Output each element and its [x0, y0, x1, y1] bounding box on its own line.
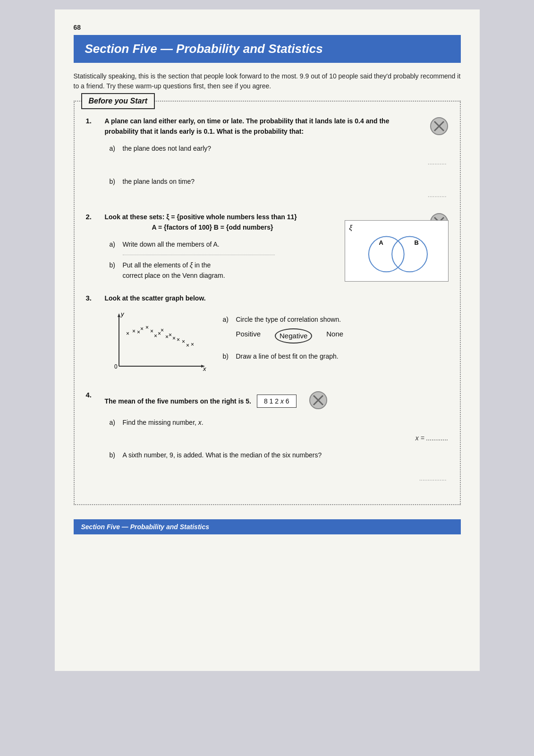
q3-sub-b-label: b)	[223, 351, 236, 361]
svg-text:×: ×	[154, 333, 157, 339]
footer-bar: Section Five — Probability and Statistic…	[74, 519, 461, 534]
svg-text:×: ×	[140, 326, 144, 332]
correlation-options: Positive Negative None	[236, 328, 449, 344]
q2-sub-a-answer-line[interactable]	[123, 255, 275, 255]
svg-text:×: ×	[186, 342, 189, 349]
q3-sub-a: a) Circle the type of correlation shown.…	[223, 314, 449, 344]
q4-sub-a-content: Find the missing number, x. x = ........…	[123, 417, 449, 445]
scatter-graph: y x 0 × × × × × × × ×	[105, 309, 209, 378]
svg-text:×: ×	[165, 334, 169, 340]
q3-sub-a-label: a)	[223, 314, 236, 344]
q1-sub-a: a) the plane does not land early? ......…	[110, 143, 449, 167]
q3-sub-a-content: Circle the type of correlation shown. Po…	[236, 314, 449, 344]
q2-content: Look at these sets: ξ = {positive whole …	[105, 212, 449, 282]
before-you-start-label: Before you Start	[81, 93, 155, 109]
question-2: 2. Look at these sets: ξ = {positive who…	[86, 212, 449, 282]
q1-sub-b-label: b)	[110, 176, 123, 200]
q2-sub-a-label: a)	[110, 239, 123, 255]
q3-content: Look at the scatter graph below.	[105, 293, 449, 378]
venn-diagram: ξ A B	[345, 220, 449, 282]
q1-sub-a-label: a)	[110, 143, 123, 167]
questions-area: 1. A plane can land either early, on tim…	[86, 111, 449, 483]
svg-text:0: 0	[114, 363, 118, 370]
svg-text:×: ×	[137, 329, 140, 335]
q4-sub-a: a) Find the missing number, x. x = .....…	[110, 417, 449, 445]
corr-negative[interactable]: Negative	[275, 328, 312, 344]
q1-bold-text: A plane can land either early, on time o…	[105, 116, 419, 137]
section-title: Section Five — Probability and Statistic…	[74, 35, 461, 63]
q4-number: 4.	[86, 390, 105, 483]
q3-sub-b: b) Draw a line of best fit on the graph.	[223, 351, 449, 361]
q4-sub-a-label: a)	[110, 417, 123, 445]
svg-text:ξ: ξ	[349, 224, 353, 232]
q1-sub-a-answer: ...........	[123, 158, 449, 168]
q1-sub-a-content: the plane does not land early? .........…	[123, 143, 449, 167]
corr-positive[interactable]: Positive	[236, 328, 261, 344]
q4-icon	[303, 391, 328, 412]
q2-sub-b-label: b)	[110, 260, 123, 281]
q3-number: 3.	[86, 293, 105, 378]
q4-numbers-box: 8 1 2 x 6	[257, 395, 297, 408]
q2-sub-b-content: Put all the elements of ξ in thecorrect …	[123, 260, 340, 281]
q4-bold-text: The mean of the five numbers on the righ…	[105, 396, 251, 406]
q2-sub-a-content: Write down all the members of A.	[123, 239, 340, 255]
q1-icon	[424, 117, 449, 138]
q1-sub-b-answer: ...........	[123, 190, 449, 200]
question-1: 1. A plane can land either early, on tim…	[86, 116, 449, 200]
page-number: 68	[74, 24, 461, 31]
q1-content: A plane can land either early, on time o…	[105, 116, 449, 200]
q3-sub-questions: a) Circle the type of correlation shown.…	[223, 309, 449, 378]
q4-sub-b-answer: ................	[123, 474, 449, 484]
svg-text:A: A	[379, 239, 383, 246]
svg-text:×: ×	[172, 335, 176, 342]
svg-text:×: ×	[150, 328, 153, 335]
question-4: 4. The mean of the five numbers on the r…	[86, 390, 449, 483]
corr-none[interactable]: None	[326, 328, 343, 344]
svg-marker-15	[118, 313, 120, 317]
q4-sub-b-label: b)	[110, 450, 123, 483]
q4-content: The mean of the five numbers on the righ…	[105, 390, 449, 483]
q1-sub-b: b) the plane lands on time? ...........	[110, 176, 449, 200]
svg-text:×: ×	[126, 330, 129, 337]
q2-sub-b: b) Put all the elements of ξ in thecorre…	[110, 260, 340, 281]
svg-point-9	[368, 237, 404, 272]
svg-text:×: ×	[161, 327, 164, 334]
q1-sub-b-content: the plane lands on time? ...........	[123, 176, 449, 200]
svg-text:×: ×	[169, 332, 172, 338]
intro-text: Statistically speaking, this is the sect…	[74, 71, 461, 91]
q2-sub-a: a) Write down all the members of A.	[110, 239, 340, 255]
svg-text:×: ×	[177, 336, 180, 343]
q1-number: 1.	[86, 116, 105, 200]
svg-text:x: x	[203, 365, 206, 372]
q2-number: 2.	[86, 212, 105, 282]
svg-text:×: ×	[145, 324, 149, 331]
question-3: 3. Look at the scatter graph below.	[86, 293, 449, 378]
q3-sub-b-content: Draw a line of best fit on the graph.	[236, 351, 449, 361]
svg-text:B: B	[414, 239, 418, 246]
svg-text:×: ×	[132, 328, 136, 335]
page: 68 Section Five — Probability and Statis…	[55, 9, 480, 671]
before-you-start-box: Before you Start 1. A plane can land eit…	[74, 101, 461, 505]
svg-point-10	[392, 237, 427, 272]
q4-sub-b-content: A sixth number, 9, is added. What is the…	[123, 450, 449, 483]
svg-text:×: ×	[191, 341, 194, 348]
svg-text:y: y	[120, 310, 125, 318]
q4-sub-b: b) A sixth number, 9, is added. What is …	[110, 450, 449, 483]
q4-x-equals: x = ............	[123, 433, 449, 443]
q3-body: y x 0 × × × × × × × ×	[105, 309, 449, 378]
svg-text:×: ×	[182, 338, 185, 345]
